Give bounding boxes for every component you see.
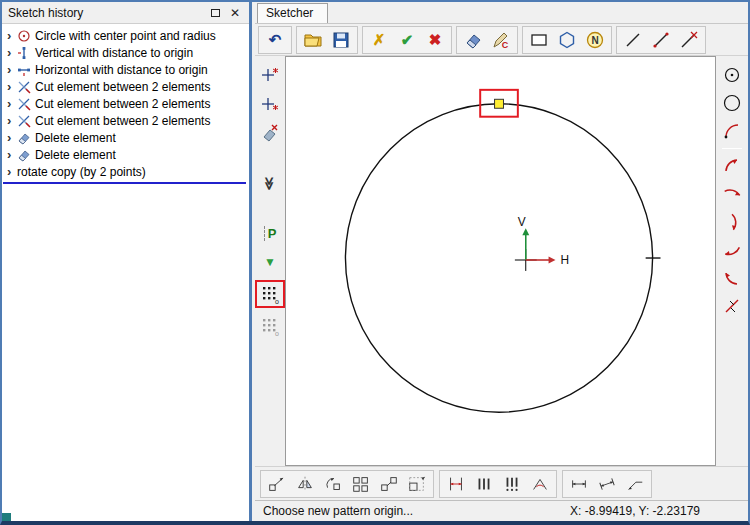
point-tool-button[interactable] bbox=[258, 64, 282, 86]
dimension-aligned-tool-button[interactable] bbox=[594, 472, 620, 496]
history-item[interactable]: › rotate copy (by 2 points) bbox=[2, 163, 249, 180]
status-message: Choose new pattern origin... bbox=[263, 504, 413, 518]
sketcher-panel: Sketcher ↶ ✗ ✔ ✖ bbox=[255, 2, 748, 521]
maximize-button[interactable] bbox=[205, 4, 225, 21]
history-item[interactable]: › Delete element bbox=[2, 129, 249, 146]
close-icon: ✕ bbox=[230, 7, 240, 19]
expand-chevron-icon[interactable]: › bbox=[7, 165, 17, 178]
resize-grip[interactable] bbox=[2, 513, 11, 521]
leader-dim-icon bbox=[625, 474, 645, 494]
history-item[interactable]: › Delete element bbox=[2, 146, 249, 163]
arc-icon bbox=[722, 156, 742, 176]
sketcher-left-toolbar: ≫ P ▼ o o bbox=[255, 56, 285, 466]
sketch-history-titlebar: Sketch history ✕ bbox=[2, 2, 249, 24]
array-tool-button[interactable] bbox=[348, 472, 374, 496]
undo-button[interactable]: ↶ bbox=[262, 28, 288, 52]
green-triangle-icon: ▼ bbox=[264, 255, 276, 269]
arc-tool-button-2[interactable] bbox=[720, 183, 744, 205]
parallel-points-tool-button[interactable] bbox=[499, 472, 525, 496]
rotate-tool-button[interactable] bbox=[320, 472, 346, 496]
edit-copy-button[interactable]: C bbox=[488, 28, 514, 52]
scale-tool-button[interactable] bbox=[404, 472, 430, 496]
history-item[interactable]: › Horizontal with distance to origin bbox=[2, 61, 249, 78]
arc-icon bbox=[722, 184, 742, 204]
arc-tool-button-4[interactable] bbox=[720, 239, 744, 261]
pattern-grid-alt-button[interactable]: o bbox=[258, 315, 282, 337]
line-tool-button[interactable] bbox=[620, 28, 646, 52]
expand-chevron-icon[interactable]: › bbox=[7, 80, 17, 93]
v-axis-label: V bbox=[518, 215, 526, 229]
expand-chevron-icon[interactable]: › bbox=[7, 97, 17, 110]
h-axis-label: H bbox=[560, 253, 569, 267]
history-item[interactable]: › Cut element between 2 elements bbox=[2, 95, 249, 112]
arc-vertex-tool-button[interactable] bbox=[720, 120, 744, 142]
rectangle-tool-button[interactable] bbox=[526, 28, 552, 52]
history-item-label: Delete element bbox=[35, 148, 116, 162]
sketch-circle[interactable] bbox=[345, 104, 652, 412]
distance-tool-button[interactable] bbox=[443, 472, 469, 496]
expand-chevron-icon[interactable]: › bbox=[7, 63, 17, 76]
pattern-grid-button[interactable]: o bbox=[258, 283, 282, 305]
angle-dim-tool-button[interactable] bbox=[527, 472, 553, 496]
discard-button[interactable]: ✗ bbox=[366, 28, 392, 52]
history-item[interactable]: › Circle with center point and radius bbox=[2, 27, 249, 44]
leader-dim-tool-button[interactable] bbox=[622, 472, 648, 496]
parallel-lines-tool-button[interactable] bbox=[471, 472, 497, 496]
move-tool-button[interactable] bbox=[264, 472, 290, 496]
cut-element-icon bbox=[17, 113, 32, 128]
history-item[interactable]: › Cut element between 2 elements bbox=[2, 112, 249, 129]
open-button[interactable] bbox=[300, 28, 326, 52]
pattern-origin-handle[interactable] bbox=[495, 99, 504, 108]
array-move-tool-button[interactable] bbox=[376, 472, 402, 496]
nurbs-tool-button[interactable]: N bbox=[582, 28, 608, 52]
line-delete-tool-button[interactable] bbox=[676, 28, 702, 52]
point-constraint-tool-button[interactable] bbox=[258, 93, 282, 115]
dimension-aligned-icon bbox=[597, 474, 617, 494]
n-circle-icon: N bbox=[585, 30, 605, 50]
open-folder-icon bbox=[303, 30, 323, 50]
pattern-grid-alt-icon: o bbox=[260, 316, 280, 336]
arc-tool-button-1[interactable] bbox=[720, 155, 744, 177]
active-tool-highlight: o bbox=[255, 280, 285, 308]
close-button[interactable]: ✕ bbox=[225, 4, 245, 21]
expand-chevron-icon[interactable]: › bbox=[7, 131, 17, 144]
history-item-label: rotate copy (by 2 points) bbox=[17, 165, 146, 179]
delete-point-tool-button[interactable] bbox=[258, 122, 282, 144]
mirror-tool-button[interactable] bbox=[292, 472, 318, 496]
line-points-tool-button[interactable] bbox=[648, 28, 674, 52]
mirror-icon bbox=[295, 474, 315, 494]
toolbar-group-file bbox=[296, 26, 358, 54]
arc-tool-button-5[interactable] bbox=[720, 267, 744, 289]
insert-marker-button[interactable]: ▼ bbox=[258, 251, 282, 273]
accept-button[interactable]: ✔ bbox=[394, 28, 420, 52]
sketch-canvas[interactable]: V H bbox=[285, 56, 716, 466]
pattern-p-button[interactable]: P bbox=[258, 222, 282, 244]
history-item[interactable]: › Vertical with distance to origin bbox=[2, 44, 249, 61]
expand-chevron-icon[interactable]: › bbox=[7, 46, 17, 59]
cut-element-icon bbox=[17, 79, 32, 94]
save-floppy-icon bbox=[331, 30, 351, 50]
dimension-h-tool-button[interactable] bbox=[566, 472, 592, 496]
expand-chevron-icon[interactable]: › bbox=[7, 29, 17, 42]
arc-icon bbox=[722, 268, 742, 288]
history-item[interactable]: › Cut element between 2 elements bbox=[2, 78, 249, 95]
toolbar-group-edit: C bbox=[456, 26, 518, 54]
cancel-button[interactable]: ✖ bbox=[422, 28, 448, 52]
eraser-button[interactable] bbox=[460, 28, 486, 52]
save-button[interactable] bbox=[328, 28, 354, 52]
circle-radius-icon bbox=[17, 28, 32, 43]
red-line-tool-button[interactable] bbox=[720, 295, 744, 317]
array-icon bbox=[351, 474, 371, 494]
tab-sketcher[interactable]: Sketcher bbox=[257, 3, 328, 23]
expand-chevron-icon[interactable]: › bbox=[7, 114, 17, 127]
circle-center-tool-button[interactable] bbox=[720, 64, 744, 86]
line-icon bbox=[623, 30, 643, 50]
collapse-button[interactable]: ≫ bbox=[258, 172, 282, 194]
discard-icon: ✗ bbox=[373, 32, 386, 47]
expand-chevron-icon[interactable]: › bbox=[7, 148, 17, 161]
polygon-tool-button[interactable] bbox=[554, 28, 580, 52]
point-icon bbox=[260, 65, 280, 85]
svg-text:C: C bbox=[502, 40, 509, 50]
circle-tool-button[interactable] bbox=[720, 92, 744, 114]
arc-tool-button-3[interactable] bbox=[720, 211, 744, 233]
